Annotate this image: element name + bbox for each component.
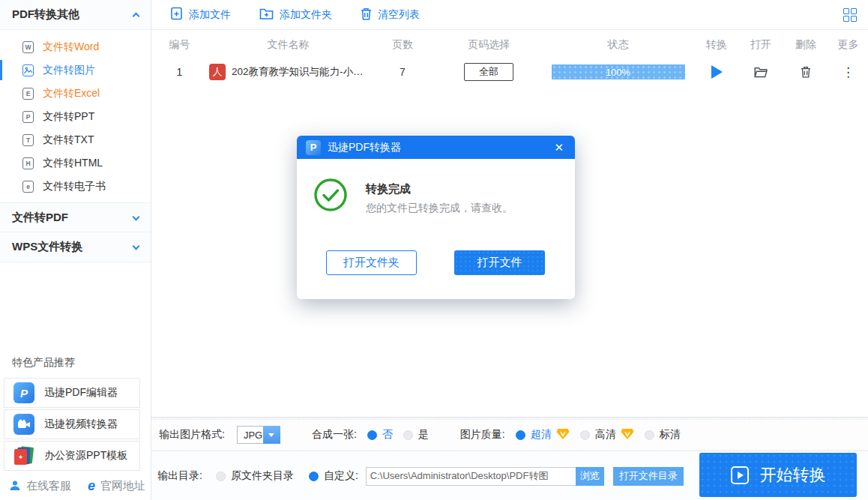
file-name: 202教育教学知识与能力-小学... xyxy=(232,65,369,79)
sidebar-item-to-html[interactable]: H 文件转HTML xyxy=(0,151,151,175)
ebook-doc-icon: e xyxy=(22,181,34,193)
start-convert-label: 开始转换 xyxy=(760,464,826,487)
dialog-message: 您的文件已转换完成，请查收。 xyxy=(366,202,513,215)
app-logo-icon: P xyxy=(306,140,321,155)
close-icon[interactable]: ✕ xyxy=(552,139,566,156)
quality-high-label: 高清 xyxy=(595,428,616,442)
website-link[interactable]: e 官网地址 xyxy=(88,478,145,494)
quality-standard-label: 标清 xyxy=(660,428,681,442)
radio-selected-icon xyxy=(309,472,319,481)
progress-bar: 100% xyxy=(552,64,685,79)
radio-icon xyxy=(580,430,590,440)
success-check-icon xyxy=(313,178,348,214)
quality-ultra-radio[interactable]: 超清 xyxy=(516,428,552,442)
output-dir-label: 输出目录: xyxy=(157,469,202,483)
format-value: JPG xyxy=(237,426,263,444)
quality-ultra-label: 超清 xyxy=(531,428,552,442)
radio-selected-icon xyxy=(516,430,525,440)
vip-badge-icon xyxy=(556,428,570,442)
open-directory-button[interactable]: 打开文件目录 xyxy=(613,467,684,486)
conversion-complete-dialog: P 迅捷PDF转换器 ✕ 转换完成 您的文件已转换完成，请查收。 打开文件夹 打… xyxy=(297,136,575,299)
merge-yes-label: 是 xyxy=(418,428,429,442)
sidebar-item-label: 文件转HTML xyxy=(43,157,103,170)
add-file-icon xyxy=(170,7,183,22)
image-icon xyxy=(22,64,34,76)
bottom-panel: 输出图片格式: JPG 合成一张: 否 是 图片质量: 超清 高清 xyxy=(151,417,868,500)
source-folder-radio[interactable]: 原文件夹目录 xyxy=(216,469,294,483)
excel-doc-icon: E xyxy=(22,88,34,100)
sidebar-spacer xyxy=(0,262,151,356)
trash-icon xyxy=(361,7,372,22)
merge-label: 合成一张: xyxy=(312,428,357,442)
sidebar-item-label: 文件转电子书 xyxy=(43,180,106,193)
open-file-button[interactable]: 打开文件 xyxy=(454,250,545,275)
dropdown-arrow-icon xyxy=(263,426,280,444)
chevron-down-icon xyxy=(133,243,140,250)
merge-no-radio[interactable]: 否 xyxy=(367,428,393,442)
online-service-label: 在线客服 xyxy=(26,479,71,493)
col-delete: 删除 xyxy=(783,38,828,52)
online-service-link[interactable]: 在线客服 xyxy=(9,479,71,493)
sidebar-item-to-image[interactable]: 文件转图片 xyxy=(0,58,151,82)
sidebar-section-pdf-to-other[interactable]: PDF转换其他 xyxy=(0,0,151,30)
promo-ppt-templates[interactable]: ✦ 办公资源PPT模板 xyxy=(4,441,140,471)
quality-label: 图片质量: xyxy=(460,428,505,442)
txt-doc-icon: T xyxy=(22,134,34,146)
promo-label: 迅捷PDF编辑器 xyxy=(44,386,118,400)
sidebar-item-to-word[interactable]: W 文件转Word xyxy=(0,35,151,58)
convert-play-button[interactable] xyxy=(711,65,723,79)
delete-trash-icon[interactable] xyxy=(783,66,828,78)
radio-selected-icon xyxy=(367,430,377,440)
clear-list-label: 清空列表 xyxy=(378,8,420,22)
ppt-doc-icon: P xyxy=(22,111,34,123)
sidebar-item-to-ppt[interactable]: P 文件转PPT xyxy=(0,105,151,128)
sidebar-section-file-to-pdf[interactable]: 文件转PDF xyxy=(0,202,151,232)
page-select-button[interactable]: 全部 xyxy=(464,63,513,81)
sidebar-item-to-txt[interactable]: T 文件转TXT xyxy=(0,128,151,151)
col-pages: 页数 xyxy=(369,38,436,52)
start-convert-button[interactable]: 开始转换 xyxy=(699,453,857,497)
custom-dir-radio[interactable]: 自定义: xyxy=(309,469,358,483)
recommend-title: 特色产品推荐 xyxy=(0,356,151,378)
source-folder-label: 原文件夹目录 xyxy=(231,469,294,483)
sidebar-item-to-ebook[interactable]: e 文件转电子书 xyxy=(0,175,151,198)
merge-yes-radio[interactable]: 是 xyxy=(403,428,429,442)
output-path-input[interactable] xyxy=(366,467,604,486)
sidebar-item-label: 文件转TXT xyxy=(43,133,94,147)
sidebar-section-wps-convert[interactable]: WPS文件转换 xyxy=(0,232,151,262)
col-filename: 文件名称 xyxy=(208,38,369,52)
more-options-icon[interactable]: ⋮ xyxy=(828,64,868,80)
dialog-title: 迅捷PDF转换器 xyxy=(328,141,545,154)
quality-standard-radio[interactable]: 标清 xyxy=(645,428,681,442)
open-folder-button[interactable]: 打开文件夹 xyxy=(326,250,417,275)
section-label: 文件转PDF xyxy=(12,211,68,225)
vip-badge-icon xyxy=(621,428,634,442)
html-doc-icon: H xyxy=(22,157,34,169)
play-square-icon xyxy=(731,466,749,484)
sidebar: PDF转换其他 W 文件转Word 文件转图片 E 文件转Excel P 文件转… xyxy=(0,0,151,500)
word-doc-icon: W xyxy=(22,41,34,53)
browse-button[interactable]: 浏览 xyxy=(576,467,604,486)
dialog-titlebar: P 迅捷PDF转换器 ✕ xyxy=(297,136,575,159)
output-path-wrap: 浏览 xyxy=(366,467,604,486)
app-window: PDF转换其他 W 文件转Word 文件转图片 E 文件转Excel P 文件转… xyxy=(0,0,868,500)
add-folder-button[interactable]: 添加文件夹 xyxy=(259,7,332,22)
col-status: 状态 xyxy=(541,38,695,52)
quality-high-radio[interactable]: 高清 xyxy=(580,428,616,442)
pdf-file-icon: 人 xyxy=(209,64,226,80)
promo-pdf-editor[interactable]: P 迅捷PDF编辑器 xyxy=(4,378,140,408)
open-folder-icon[interactable] xyxy=(738,67,783,78)
col-page-select: 页码选择 xyxy=(436,38,541,52)
sidebar-item-to-excel[interactable]: E 文件转Excel xyxy=(0,82,151,105)
image-settings-row: 输出图片格式: JPG 合成一张: 否 是 图片质量: 超清 高清 xyxy=(151,420,868,450)
grid-view-icon[interactable] xyxy=(843,8,857,22)
add-folder-icon xyxy=(259,7,274,22)
format-select[interactable]: JPG xyxy=(237,426,280,444)
clear-list-button[interactable]: 清空列表 xyxy=(361,7,420,22)
promo-video-converter[interactable]: 迅捷视频转换器 xyxy=(4,409,140,439)
sidebar-footer: 在线客服 e 官网地址 xyxy=(0,472,151,500)
sidebar-item-label: 文件转Word xyxy=(43,40,99,54)
promo-label: 迅捷视频转换器 xyxy=(44,418,118,431)
add-file-label: 添加文件 xyxy=(189,8,231,22)
add-file-button[interactable]: 添加文件 xyxy=(170,7,231,22)
